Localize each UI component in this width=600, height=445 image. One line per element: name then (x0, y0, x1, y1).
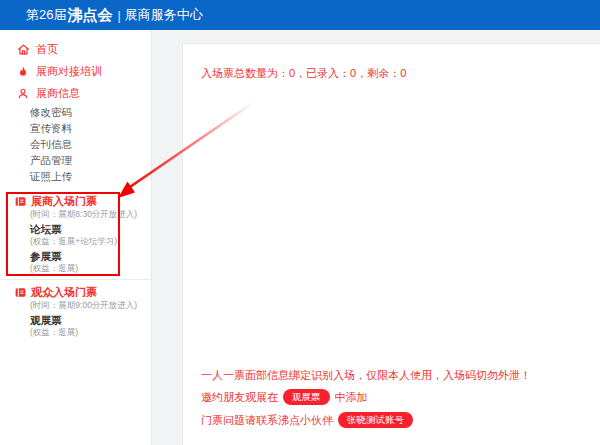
ticket-icon (14, 286, 27, 299)
section-title-label: 观众入场门票 (31, 285, 97, 300)
page-title: 展商服务中心 (125, 6, 203, 24)
contact-prefix: 门票问题请联系沸点小伙伴 (201, 413, 333, 428)
sidebar-item-training[interactable]: 展商对接培训 (0, 60, 151, 82)
sidebar-divider (0, 279, 151, 280)
brand-logo-text: 沸点会 (67, 6, 112, 25)
visitor-ticket-section: 观众入场门票 (时间：展期9:00分开放进入) 观展票 (权益：逛展) (0, 285, 151, 338)
contact-account-badge[interactable]: 张晓测试账号 (338, 412, 413, 428)
edition-label: 第26届 (26, 6, 66, 24)
section-title-label: 展商入场门票 (31, 194, 97, 209)
sidebar-item-license-upload[interactable]: 证照上传 (0, 168, 151, 184)
contact-notice-line: 门票问题请联系沸点小伙伴 张晓测试账号 (201, 412, 418, 428)
person-icon (16, 86, 30, 100)
sidebar-item-exhibitor-info[interactable]: 展商信息 (0, 82, 151, 104)
app-header: 第26届 沸点会 | 展商服务中心 (0, 0, 600, 30)
sidebar-item-label: 展商信息 (36, 86, 80, 101)
sidebar-item-forum-ticket[interactable]: 论坛票 (0, 222, 151, 236)
main-content: 入场票总数量为：0，已录入：0，剩余：0 一人一票面部信息绑定识别入场，仅限本人… (182, 43, 600, 445)
sidebar-item-journal-info[interactable]: 会刊信息 (0, 136, 151, 152)
section-title-exhibitor-tickets[interactable]: 展商入场门票 (0, 194, 151, 209)
flame-icon (16, 64, 30, 78)
sidebar-item-home[interactable]: 首页 (0, 38, 151, 60)
section-note: (时间：展期8:30分开放进入) (0, 209, 151, 220)
invite-notice-line: 邀约朋友观展在 观展票 中添加 (201, 389, 368, 405)
section-note: (时间：展期9:00分开放进入) (0, 300, 151, 311)
ticket-note: (权益：逛展) (0, 263, 151, 274)
visitor-ticket-badge[interactable]: 观展票 (283, 389, 330, 405)
ticket-stats-text: 入场票总数量为：0，已录入：0，剩余：0 (201, 66, 406, 81)
header-divider: | (117, 8, 120, 23)
ticket-note: (权益：逛展) (0, 327, 151, 338)
home-icon (16, 42, 30, 56)
sidebar-item-exhibit-ticket[interactable]: 参展票 (0, 249, 151, 263)
sidebar-item-label: 首页 (36, 42, 58, 57)
invite-suffix: 中添加 (335, 390, 368, 405)
ticket-note: (权益：逛展+论坛学习) (0, 236, 151, 247)
exhibitor-ticket-section: 展商入场门票 (时间：展期8:30分开放进入) 论坛票 (权益：逛展+论坛学习)… (0, 194, 151, 274)
ticket-usage-notice: 一人一票面部信息绑定识别入场，仅限本人使用，入场码切勿外泄！ (201, 368, 531, 383)
sidebar-item-change-password[interactable]: 修改密码 (0, 104, 151, 120)
sidebar-item-promo-material[interactable]: 宣传资料 (0, 120, 151, 136)
sidebar-item-visitor-ticket[interactable]: 观展票 (0, 313, 151, 327)
sidebar-item-label: 展商对接培训 (36, 64, 102, 79)
sidebar-item-product-management[interactable]: 产品管理 (0, 152, 151, 168)
ticket-icon (14, 195, 27, 208)
invite-prefix: 邀约朋友观展在 (201, 390, 278, 405)
exhibitor-service-page: 第26届 沸点会 | 展商服务中心 首页 展商对接培训 展商信息 修改密码 宣传… (0, 0, 600, 445)
section-title-visitor-tickets[interactable]: 观众入场门票 (0, 285, 151, 300)
sidebar-nav: 首页 展商对接培训 展商信息 修改密码 宣传资料 会刊信息 产品管理 证照上传 (0, 30, 152, 445)
